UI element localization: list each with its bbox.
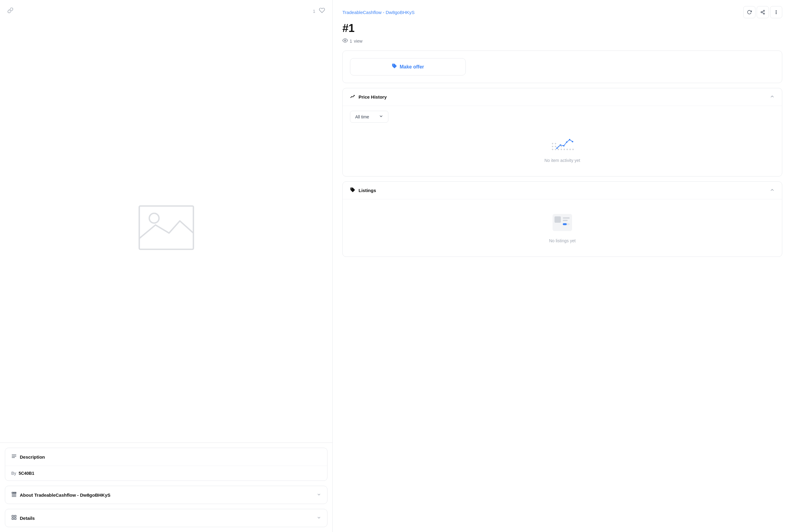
eye-icon: [343, 38, 348, 44]
listings-body: No listings yet: [343, 199, 782, 256]
price-history-chevron-icon[interactable]: [770, 94, 775, 100]
listings-icon: [350, 187, 355, 194]
svg-point-33: [552, 146, 553, 147]
svg-point-30: [567, 149, 568, 150]
svg-point-21: [776, 12, 776, 13]
listings-chevron-icon[interactable]: [770, 188, 775, 193]
listings-title: Listings: [358, 188, 376, 193]
offer-card: Make offer: [343, 51, 782, 83]
nft-title: #1: [343, 22, 782, 35]
svg-point-25: [552, 149, 553, 150]
listings-empty-text: No listings yet: [549, 238, 575, 243]
svg-rect-7: [15, 492, 16, 493]
svg-point-34: [555, 146, 556, 147]
svg-point-39: [556, 148, 558, 149]
collection-title[interactable]: TradeableCashflow - Dw8goBHKyS: [343, 10, 415, 15]
svg-point-1: [149, 213, 159, 223]
make-offer-button[interactable]: Make offer: [350, 58, 466, 75]
time-filter-chevron-icon: [379, 114, 383, 119]
svg-point-40: [559, 144, 561, 146]
svg-point-28: [560, 149, 562, 150]
svg-rect-6: [14, 492, 15, 493]
details-icon: [11, 515, 17, 521]
listings-header[interactable]: Listings: [343, 182, 782, 199]
svg-point-36: [560, 146, 562, 147]
svg-rect-13: [12, 518, 13, 519]
make-offer-label: Make offer: [400, 64, 424, 70]
empty-chart-icon: [550, 135, 574, 154]
svg-rect-0: [139, 206, 194, 249]
left-panel: 1: [0, 0, 333, 532]
svg-point-32: [572, 149, 574, 150]
right-panel: TradeableCashflow - Dw8goBHKyS: [333, 0, 792, 532]
about-label: About TradeableCashflow - Dw8goBHKyS: [20, 492, 111, 498]
more-options-button[interactable]: [770, 6, 782, 18]
views-row: 1 view: [343, 38, 782, 44]
details-chevron-icon: [317, 516, 321, 521]
image-view-count: 1: [313, 9, 315, 14]
price-history-empty-text: No item activity yet: [544, 158, 580, 163]
share-button[interactable]: [757, 6, 769, 18]
svg-rect-49: [563, 220, 568, 221]
views-label: view: [354, 39, 363, 43]
listings-empty-icon: [550, 210, 574, 235]
svg-line-19: [762, 11, 764, 12]
svg-point-43: [569, 139, 571, 140]
description-card: Description By 5C40B1: [5, 448, 328, 481]
listings-card: Listings: [343, 182, 782, 257]
by-prefix: By: [11, 471, 16, 476]
right-header: TradeableCashflow - Dw8goBHKyS: [343, 6, 782, 18]
details-card: Details: [5, 509, 328, 527]
svg-point-20: [776, 10, 776, 11]
svg-rect-48: [563, 217, 570, 218]
description-header[interactable]: Description: [5, 448, 327, 466]
link-icon[interactable]: [7, 7, 13, 15]
svg-rect-51: [563, 223, 567, 225]
details-label: Details: [20, 516, 35, 521]
time-filter-dropdown[interactable]: All time: [350, 111, 388, 123]
svg-point-29: [564, 149, 565, 150]
svg-point-41: [563, 145, 565, 147]
description-label: Description: [20, 454, 45, 460]
price-history-card: Price History All time: [343, 88, 782, 176]
time-filter-value: All time: [355, 114, 369, 119]
svg-rect-11: [12, 515, 13, 517]
description-icon: [11, 454, 17, 460]
price-history-empty-state: No item activity yet: [350, 129, 775, 169]
price-history-body: All time: [343, 106, 782, 176]
svg-rect-47: [554, 216, 561, 223]
svg-point-38: [555, 143, 556, 144]
price-history-title: Price History: [358, 94, 387, 99]
svg-point-44: [572, 141, 573, 142]
details-header[interactable]: Details: [5, 509, 327, 527]
about-chevron-icon: [317, 492, 321, 498]
image-section: 1: [0, 0, 332, 443]
about-icon: [11, 492, 17, 498]
refresh-button[interactable]: [743, 6, 755, 18]
svg-line-18: [762, 13, 764, 13]
svg-point-37: [552, 143, 553, 144]
info-sections: Description By 5C40B1: [0, 443, 332, 532]
svg-point-31: [569, 149, 571, 150]
heart-icon[interactable]: [319, 7, 325, 15]
listings-empty-state: No listings yet: [350, 204, 775, 249]
svg-rect-12: [15, 515, 16, 517]
svg-point-23: [345, 40, 346, 41]
tag-icon: [392, 63, 397, 70]
nft-image-placeholder: [7, 20, 325, 435]
price-history-icon: [350, 94, 355, 100]
svg-rect-14: [15, 518, 16, 519]
svg-rect-5: [12, 492, 13, 493]
views-count: 1: [350, 39, 352, 43]
about-header[interactable]: About TradeableCashflow - Dw8goBHKyS: [5, 486, 327, 504]
svg-point-26: [555, 149, 556, 150]
svg-point-22: [776, 13, 776, 14]
price-history-header[interactable]: Price History: [343, 88, 782, 106]
about-card: About TradeableCashflow - Dw8goBHKyS: [5, 486, 328, 504]
svg-point-27: [558, 149, 559, 150]
header-actions: [743, 6, 782, 18]
by-line: By 5C40B1: [5, 466, 327, 480]
owner-address: 5C40B1: [19, 471, 34, 476]
svg-point-42: [566, 141, 568, 143]
